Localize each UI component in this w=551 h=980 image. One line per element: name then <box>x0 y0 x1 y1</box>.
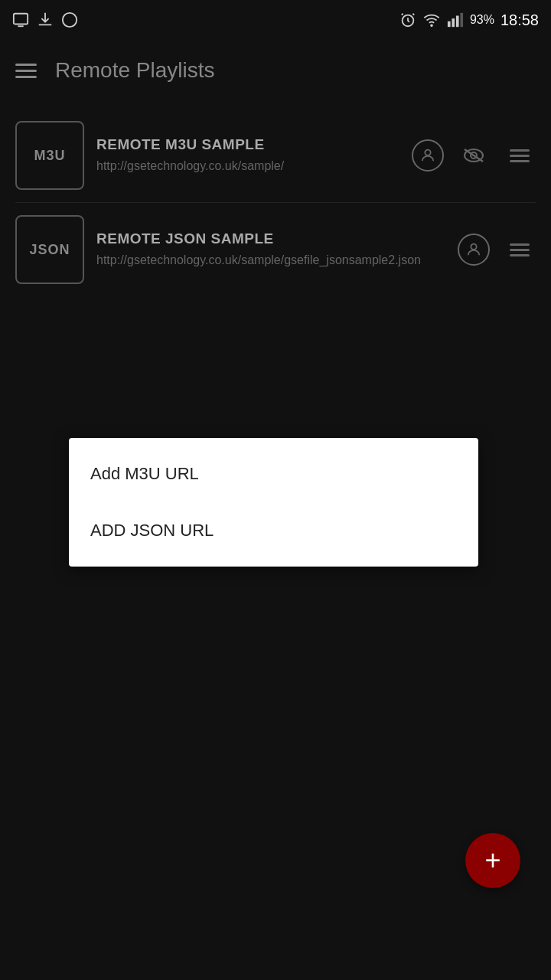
popup-overlay: Add M3U URL ADD JSON URL <box>0 0 551 980</box>
add-playlist-fab[interactable]: + <box>465 833 520 888</box>
fab-plus-icon: + <box>484 847 500 874</box>
popup-menu: Add M3U URL ADD JSON URL <box>69 438 478 567</box>
add-m3u-url-button[interactable]: Add M3U URL <box>69 446 478 502</box>
add-json-url-button[interactable]: ADD JSON URL <box>69 502 478 559</box>
